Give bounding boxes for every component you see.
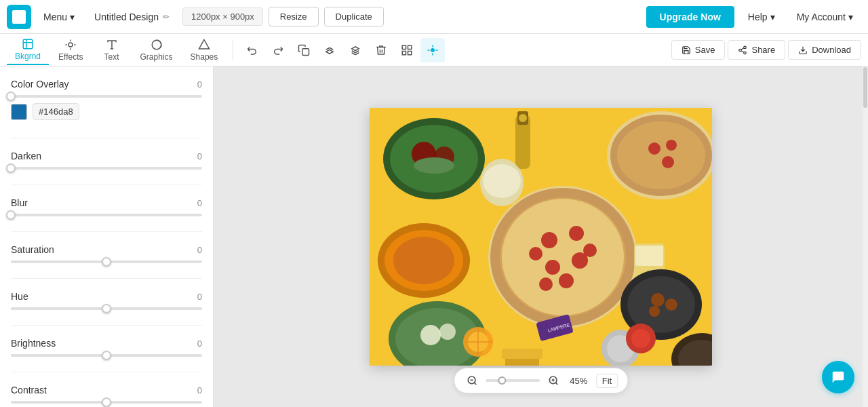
zoom-out-icon bbox=[467, 375, 477, 386]
align-button[interactable] bbox=[420, 38, 445, 62]
svg-point-10 bbox=[744, 46, 747, 49]
brightness-header: Brightness 0 bbox=[11, 338, 202, 349]
contrast-slider[interactable] bbox=[11, 401, 202, 404]
zoom-bar: 45% Fit bbox=[454, 368, 628, 393]
canvas-container: LAMPERE bbox=[370, 108, 712, 366]
undo-button[interactable] bbox=[240, 38, 264, 62]
canvas-dimensions: 1200px × 900px bbox=[182, 7, 263, 26]
right-scrollbar[interactable] bbox=[863, 66, 868, 407]
svg-point-17 bbox=[541, 232, 557, 248]
download-button[interactable]: Download bbox=[788, 40, 861, 60]
svg-rect-0 bbox=[23, 39, 33, 49]
color-overlay-header: Color Overlay 0 bbox=[11, 79, 202, 90]
redo-button[interactable] bbox=[266, 38, 290, 62]
chat-button[interactable] bbox=[822, 361, 854, 393]
svg-point-69 bbox=[631, 329, 650, 348]
menu-arrow-icon: ▾ bbox=[70, 12, 75, 22]
delete-button[interactable] bbox=[369, 38, 393, 62]
color-overlay-section: Color Overlay 0 #146da8 bbox=[0, 73, 213, 131]
zoom-fit-button[interactable]: Fit bbox=[596, 374, 618, 388]
zoom-out-button[interactable] bbox=[464, 372, 480, 389]
saturation-section: Saturation 0 bbox=[0, 239, 213, 271]
zoom-slider[interactable] bbox=[486, 379, 540, 382]
color-swatch[interactable] bbox=[11, 104, 27, 120]
color-overlay-slider[interactable] bbox=[11, 95, 202, 98]
svg-point-46 bbox=[439, 324, 456, 340]
resize-button[interactable]: Resize bbox=[269, 7, 319, 26]
hue-value: 0 bbox=[197, 292, 202, 302]
share-icon bbox=[738, 45, 747, 55]
layers-up-icon bbox=[349, 44, 361, 56]
svg-point-42 bbox=[393, 237, 454, 284]
contrast-header: Contrast 0 bbox=[11, 385, 202, 395]
toolbar: Bkgrnd Effects Text Graphics bbox=[0, 34, 868, 66]
menu-button[interactable]: Menu ▾ bbox=[37, 7, 81, 26]
hue-slider[interactable] bbox=[11, 307, 202, 310]
blur-section: Blur 0 bbox=[0, 192, 213, 225]
layers-up-button[interactable] bbox=[343, 38, 368, 62]
saturation-slider[interactable] bbox=[11, 260, 202, 263]
saturation-value: 0 bbox=[197, 245, 202, 255]
contrast-label: Contrast bbox=[11, 385, 47, 395]
tab-bkgrnd[interactable]: Bkgrnd bbox=[7, 35, 49, 65]
layers-down-icon bbox=[323, 44, 336, 56]
design-title: Untitled Design bbox=[94, 12, 159, 22]
account-arrow-icon: ▾ bbox=[848, 12, 853, 22]
zoom-in-button[interactable] bbox=[545, 372, 561, 389]
menu-label: Menu bbox=[43, 12, 67, 22]
hue-section: Hue 0 bbox=[0, 286, 213, 318]
design-title-area[interactable]: Untitled Design ✏ bbox=[87, 8, 177, 26]
brightness-label: Brightness bbox=[11, 338, 56, 349]
color-hex-value[interactable]: #146da8 bbox=[33, 103, 79, 120]
svg-point-1 bbox=[68, 43, 73, 47]
svg-rect-48 bbox=[635, 246, 663, 266]
shapes-label: Shapes bbox=[191, 52, 218, 62]
tab-text[interactable]: Text bbox=[93, 35, 131, 65]
darken-slider[interactable] bbox=[11, 167, 202, 170]
share-button[interactable]: Share bbox=[728, 40, 785, 60]
svg-point-45 bbox=[420, 325, 441, 345]
darken-section: Darken 0 bbox=[0, 145, 213, 178]
help-label: Help bbox=[748, 12, 768, 22]
scrollbar-thumb[interactable] bbox=[863, 67, 867, 108]
help-arrow-icon: ▾ bbox=[770, 12, 775, 22]
color-overlay-label: Color Overlay bbox=[11, 79, 69, 90]
tab-effects[interactable]: Effects bbox=[50, 35, 91, 65]
tab-graphics[interactable]: Graphics bbox=[132, 35, 181, 65]
blur-label: Blur bbox=[11, 197, 28, 208]
help-button[interactable]: Help ▾ bbox=[740, 7, 783, 26]
duplicate-button[interactable]: Duplicate bbox=[324, 7, 384, 26]
layers-down-button[interactable] bbox=[317, 38, 342, 62]
nav-tabs: Bkgrnd Effects Text Graphics bbox=[7, 35, 226, 65]
left-panel: Color Overlay 0 #146da8 Darken 0 Blur 0 bbox=[0, 66, 214, 407]
svg-point-37 bbox=[666, 140, 677, 151]
svg-rect-5 bbox=[402, 45, 406, 49]
darken-label: Darken bbox=[11, 151, 41, 161]
blur-slider[interactable] bbox=[11, 214, 202, 216]
copy-button[interactable] bbox=[292, 38, 316, 62]
upgrade-button[interactable]: Upgrade Now bbox=[646, 6, 734, 28]
svg-point-53 bbox=[651, 293, 665, 307]
account-label: My Account bbox=[797, 12, 846, 22]
account-button[interactable]: My Account ▾ bbox=[789, 7, 861, 26]
grid-button[interactable] bbox=[395, 38, 419, 62]
download-icon bbox=[798, 45, 808, 55]
canvas-image[interactable]: LAMPERE bbox=[370, 108, 712, 366]
contrast-section: Contrast 0 bbox=[0, 379, 213, 407]
edit-icon: ✏ bbox=[163, 12, 170, 22]
svg-rect-6 bbox=[408, 45, 412, 49]
brightness-section: Brightness 0 bbox=[0, 332, 213, 365]
blur-header: Blur 0 bbox=[11, 197, 202, 208]
tab-shapes[interactable]: Shapes bbox=[182, 35, 226, 65]
save-label: Save bbox=[695, 45, 715, 55]
svg-rect-4 bbox=[302, 48, 309, 55]
saturation-header: Saturation 0 bbox=[11, 244, 202, 255]
text-icon bbox=[106, 39, 118, 51]
logo bbox=[7, 5, 31, 29]
color-overlay-box: #146da8 bbox=[11, 103, 202, 120]
svg-point-16 bbox=[502, 199, 624, 315]
svg-rect-8 bbox=[408, 51, 412, 54]
redo-icon bbox=[272, 44, 284, 56]
save-button[interactable]: Save bbox=[671, 40, 726, 60]
brightness-slider[interactable] bbox=[11, 354, 202, 357]
